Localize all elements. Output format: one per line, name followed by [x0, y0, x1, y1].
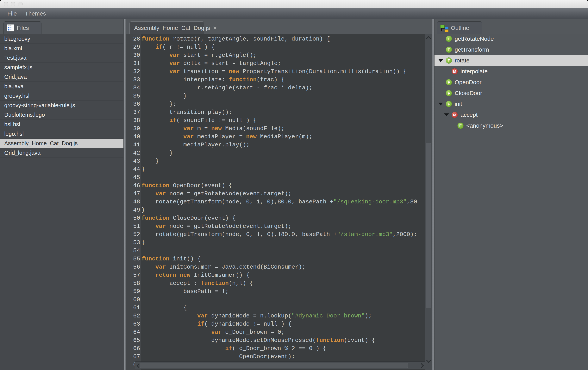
outline-item-gettransform[interactable]: FgetTransform: [434, 44, 588, 55]
code-line[interactable]: 45: [126, 173, 425, 182]
code-line[interactable]: 37 transition.play();: [126, 108, 425, 116]
code-line[interactable]: 64 var c_Door_brown = 0;: [126, 328, 425, 336]
outline-item-accept[interactable]: Maccept: [434, 109, 588, 120]
traffic-light-close-button[interactable]: [4, 2, 8, 6]
code-line[interactable]: 49}: [126, 206, 425, 214]
code-line[interactable]: 34 r.setAngle(start - frac * delta);: [126, 84, 425, 92]
code-line[interactable]: 44}: [126, 165, 425, 173]
chevron-expanded-icon[interactable]: [444, 113, 449, 116]
code-line[interactable]: 41 mediaPlayer.play();: [126, 141, 425, 149]
code-line[interactable]: 51 var node = getRotateNode(event.target…: [126, 222, 425, 230]
outline-item-closedoor[interactable]: FCloseDoor: [434, 88, 588, 98]
outline-item-getrotatenode[interactable]: FgetRotateNode: [434, 33, 588, 44]
code-line[interactable]: 67 OpenDoor(event);: [126, 353, 425, 361]
code-line[interactable]: 50function CloseDoor(event) {: [126, 214, 425, 222]
file-row-grid-java[interactable]: Grid.java: [0, 72, 124, 82]
code-line[interactable]: 36 };: [126, 100, 425, 108]
code-line[interactable]: 52 rotate(getTransform(node, 0, 1, 0),18…: [126, 230, 425, 239]
code-line[interactable]: 58 accept : function(n,l) {: [126, 279, 425, 287]
code-line[interactable]: 32 var transition = new PropertyTransiti…: [126, 67, 425, 76]
menu-item-file[interactable]: File: [7, 10, 17, 17]
code-line[interactable]: 30 var start = r.getAngle();: [126, 51, 425, 59]
vertical-scrollbar[interactable]: [425, 34, 432, 370]
chevron-expanded-icon[interactable]: [438, 59, 443, 62]
menu-item-themes[interactable]: Themes: [25, 10, 46, 17]
code-line[interactable]: 61 {: [126, 304, 425, 312]
code-line[interactable]: 38 if( soundFile != null ) {: [126, 116, 425, 124]
scroll-up-icon[interactable]: [426, 36, 431, 41]
code-line[interactable]: 47 var node = getRotateNode(event.target…: [126, 190, 425, 198]
horizontal-scrollbar-thumb[interactable]: [140, 363, 408, 368]
file-row-hsl-hsl[interactable]: hsl.hsl: [0, 120, 124, 129]
outline-item-rotate[interactable]: Frotate: [434, 55, 588, 66]
file-row-groovy-string-variable-rule-js[interactable]: groovy-string-variable-rule.js: [0, 101, 124, 110]
close-icon[interactable]: ✕: [213, 25, 217, 31]
code-line[interactable]: 59 basePath = l;: [126, 287, 425, 295]
file-row-lego-hsl[interactable]: lego.hsl: [0, 129, 124, 139]
line-number: 61: [126, 304, 141, 312]
scroll-down-icon[interactable]: [426, 358, 431, 363]
file-row-groovy-hsl[interactable]: groovy.hsl: [0, 91, 124, 101]
line-text: if( c_Door_brown % 2 == 0 ) {: [141, 344, 326, 353]
outline-item-interpolate[interactable]: Minterpolate: [434, 66, 588, 77]
file-row-assembly-home-cat-dog-js[interactable]: Assembly_Home_Cat_Dog.js: [0, 139, 124, 148]
splitter-editor-outline[interactable]: [432, 19, 434, 370]
line-text: basePath = l;: [141, 287, 229, 295]
code-line[interactable]: 42 }: [126, 149, 425, 157]
file-row-bla-xml[interactable]: bla.xml: [0, 44, 124, 53]
code-line[interactable]: 55function init() {: [126, 255, 425, 263]
horizontal-scrollbar[interactable]: [135, 361, 425, 369]
token-kw: function: [141, 215, 169, 221]
outline-item-anonymous[interactable]: F<anonymous>: [434, 120, 588, 131]
titlebar[interactable]: [0, 0, 588, 8]
outline-item-label: getTransform: [455, 44, 489, 55]
line-number: 65: [126, 336, 141, 344]
splitter-files-editor[interactable]: [124, 19, 126, 370]
file-row-samplefx-js[interactable]: samplefx.js: [0, 63, 124, 72]
file-row-bla-groovy[interactable]: bla.groovy: [0, 34, 124, 44]
token-pl: m =: [194, 125, 211, 132]
line-text: var dynamicNode = n.lookup("#dynamic_Doo…: [141, 312, 372, 320]
traffic-light-minimize-button[interactable]: [11, 2, 15, 6]
file-list[interactable]: bla.groovybla.xmlTest.javasamplefx.jsGri…: [0, 34, 124, 370]
file-row-grid-long-java[interactable]: Grid_long.java: [0, 148, 124, 158]
outline-tree: FgetRotateNodeFgetTransformFrotateMinter…: [434, 33, 588, 131]
scroll-right-icon[interactable]: [419, 363, 424, 368]
code-editor[interactable]: 27}28function rotate(r, targetAngle, sou…: [126, 34, 425, 370]
code-line[interactable]: 48 rotate(getTransform(node, 0, 1, 0),80…: [126, 198, 425, 206]
line-number: 54: [126, 247, 141, 255]
code-line[interactable]: 46function OpenDoor(event) {: [126, 182, 425, 190]
code-line[interactable]: 28function rotate(r, targetAngle, soundF…: [126, 35, 425, 43]
tab-editor-file[interactable]: Assembly_Home_Cat_Dog.js ✕: [129, 21, 204, 34]
file-row-test-java[interactable]: Test.java: [0, 53, 124, 63]
traffic-light-zoom-button[interactable]: [18, 2, 23, 6]
code-line[interactable]: 39 var m = new Media(soundFile);: [126, 124, 425, 133]
line-number: 64: [126, 328, 141, 336]
code-line[interactable]: 40 var mediaPlayer = new MediaPlayer(m);: [126, 133, 425, 141]
outline-item-init[interactable]: Finit: [434, 98, 588, 109]
code-line[interactable]: 66 if( c_Door_brown % 2 == 0 ) {: [126, 344, 425, 353]
code-line[interactable]: 31 var delta = start - targetAngle;: [126, 59, 425, 67]
code-line[interactable]: 53}: [126, 239, 425, 247]
code-line[interactable]: 60: [126, 295, 425, 304]
code-line[interactable]: 43 }: [126, 157, 425, 165]
tab-files[interactable]: Files: [3, 21, 42, 34]
vertical-scrollbar-thumb[interactable]: [426, 143, 431, 308]
code-line[interactable]: 29 if( r != null ) {: [126, 43, 425, 51]
file-row-duploitems-lego[interactable]: DuploItems.lego: [0, 110, 124, 120]
outline-icon: [440, 24, 449, 32]
outline-item-opendoor[interactable]: FOpenDoor: [434, 77, 588, 88]
code-line[interactable]: 35 }: [126, 92, 425, 100]
line-text: dynamicNode.setOnMousePressed(function(e…: [141, 336, 375, 344]
code-line[interactable]: 57 return new InitComsumer() {: [126, 271, 425, 279]
code-line[interactable]: 65 dynamicNode.setOnMousePressed(functio…: [126, 336, 425, 344]
tab-outline[interactable]: Outline: [437, 21, 482, 34]
function-badge-icon: F: [446, 79, 452, 85]
file-row-bla-java[interactable]: bla.java: [0, 82, 124, 91]
code-line[interactable]: 33 interpolate: function(frac) {: [126, 76, 425, 84]
code-line[interactable]: 63 if( dynamicNode != null ) {: [126, 320, 425, 328]
chevron-expanded-icon[interactable]: [438, 103, 443, 106]
code-line[interactable]: 62 var dynamicNode = n.lookup("#dynamic_…: [126, 312, 425, 320]
code-line[interactable]: 56 var InitComsumer = Java.extend(BiCons…: [126, 263, 425, 271]
code-line[interactable]: 54: [126, 247, 425, 255]
